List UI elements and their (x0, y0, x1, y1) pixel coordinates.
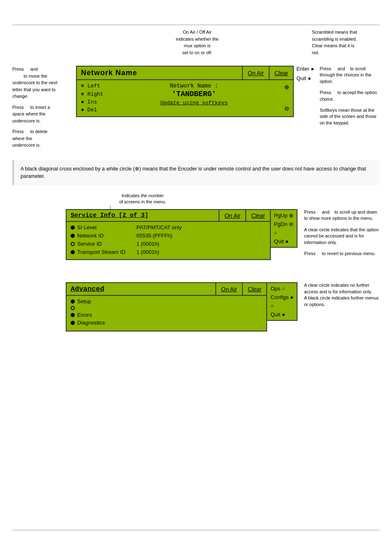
adv-body: Setup Errors Diagnostics (67, 296, 266, 331)
annot-clear-circle: A clear circle indicates that the option… (304, 227, 380, 246)
left-keys: ⊕ Left ⊕ Right ● Ins ● Del (81, 83, 107, 113)
section4-advanced: Advanced On Air Clear Setup (12, 282, 380, 332)
section4-left-space (12, 282, 66, 332)
pgup-softkey[interactable]: PgUp ⊕ (274, 212, 293, 219)
section4-right-annotations: A clear circle indicates no further acce… (297, 282, 380, 332)
si-btn-clear[interactable]: Clear (245, 210, 270, 221)
si-val-0: PAT/PMT/CAT only (136, 224, 182, 230)
si-softkeys: PgUp ⊕ PgDn ⊖ ○ Quit ● (271, 209, 297, 248)
main-content: On Air / Off Air indicates whether the m… (12, 29, 380, 526)
section3-screen-area: Service Info [2 of 3] On Air Clear (66, 209, 297, 260)
key-del: ● Del (81, 107, 104, 113)
adv-btn-onair[interactable]: On Air (215, 283, 242, 295)
section3-main-row: Service Info [2 of 3] On Air Clear (12, 209, 380, 262)
bullet-network-id (71, 234, 75, 238)
adv-circle-softkey[interactable]: ○ (270, 303, 293, 309)
section1-left-annotations: Press and to move the underscore to the … (12, 66, 76, 153)
adv-row-setup: Setup (71, 298, 262, 304)
si-row-0: SI Level (71, 224, 136, 230)
service-info-screen: Service Info [2 of 3] On Air Clear (66, 209, 271, 260)
adv-screen-title: Advanced (67, 283, 215, 295)
arrow-up: ⊕ (285, 83, 289, 92)
screen-title: Network Name (77, 67, 242, 79)
adv-row-diagnostics: Diagnostics (71, 320, 262, 326)
annot-move-underscore: Press and to move the underscore to the … (12, 66, 72, 100)
bullet-diagnostics (71, 321, 75, 325)
key-ins: ● Ins (81, 99, 104, 105)
section1-screen-area: Network Name On Air Clear ⊕ Left ⊕ Right (76, 66, 314, 117)
bullet-empty (71, 306, 75, 310)
adv-btn-clear[interactable]: Clear (242, 283, 266, 295)
annot-accept: Press to accept the option choice. (320, 90, 380, 102)
bullet-si-level (71, 226, 75, 230)
si-val-2: 1 (0001h) (136, 241, 182, 247)
network-label: Network Name : (170, 83, 218, 89)
annot-circles: A clear circle indicates no further acce… (304, 282, 380, 308)
si-labels-col: SI Level Network ID Service ID (71, 224, 136, 256)
key-right: ⊕ Right (81, 91, 104, 97)
si-content-row: SI Level Network ID Service ID (71, 224, 266, 256)
section1-right-annotations: Press and to scroll through the choices … (314, 66, 380, 131)
section1-top-annotations: On Air / Off Air indicates whether the m… (12, 29, 380, 66)
si-row-1: Network ID (71, 233, 136, 239)
update-text: Update using softkeys (160, 100, 228, 106)
adv-quit-softkey[interactable]: Quit ● (270, 311, 293, 318)
bullet-service-id (71, 242, 75, 246)
annot-softkeys: Softkeys mean those at the side of the s… (320, 107, 380, 126)
si-btn-onair[interactable]: On Air (219, 210, 245, 221)
annot-insert-space: Press to insert a space where the unders… (12, 104, 72, 124)
advanced-screen: Advanced On Air Clear Setup (66, 282, 267, 332)
si-val-1: 65535 (FFFFh) (136, 233, 182, 239)
annot-scroll-updown: Press and to scroll up and down to show … (304, 209, 380, 222)
annot-scroll: Press and to scroll through the choices … (320, 66, 380, 85)
indicates-line (110, 206, 111, 212)
si-screen-title: Service Info [2 of 3] (67, 210, 219, 221)
quit-key: Quit ● (296, 75, 314, 81)
circle-softkey[interactable]: ○ (274, 230, 293, 236)
section3-right-annotations: Press and to scroll up and down to show … (297, 209, 380, 262)
network-name-screen: Network Name On Air Clear ⊕ Left ⊕ Right (76, 66, 294, 117)
ops-softkey[interactable]: Ops ○ (270, 286, 293, 292)
si-screen-header: Service Info [2 of 3] On Air Clear (67, 210, 270, 222)
key-left: ⊕ Left (81, 83, 104, 89)
si-row-3: Transport Stream ID (71, 249, 136, 255)
configs-softkey[interactable]: Configs ● (270, 294, 293, 300)
bullet-setup (71, 299, 75, 304)
section1-main-row: Press and to move the underscore to the … (12, 66, 380, 153)
adv-softkeys: Ops ○ Configs ● ○ Quit ● (267, 282, 297, 321)
enter-quit-keys: Enter ● Quit ● (294, 66, 314, 81)
adv-row-empty (71, 306, 262, 310)
quit-softkey[interactable]: Quit ● (274, 238, 293, 244)
annot-delete: Press to delete where the underscore is. (12, 128, 72, 149)
bullet-errors (71, 313, 75, 317)
si-row-2: Service ID (71, 241, 136, 247)
section3-service-info: Indicates the numberof screens in the me… (12, 193, 380, 262)
top-rule (12, 25, 380, 25)
screen-right-arrows: ⊕ ⊖ (281, 83, 289, 113)
si-val-3: 1 (0001h) (136, 249, 182, 255)
bullet-transport-stream-id (71, 250, 75, 254)
section1-network-name: On Air / Off Air indicates whether the m… (12, 29, 380, 153)
indicates-label: Indicates the numberof screens in the me… (119, 193, 166, 205)
section4-screen-area: Advanced On Air Clear Setup (66, 282, 297, 332)
arrow-down: ⊖ (285, 104, 289, 113)
screen-btn-clear[interactable]: Clear (269, 67, 293, 79)
bottom-rule (12, 530, 380, 530)
si-values-col: PAT/PMT/CAT only 65535 (FFFFh) 1 (0001h)… (136, 224, 182, 256)
adv-screen-header: Advanced On Air Clear (67, 283, 266, 296)
screen-inner: ⊕ Left ⊕ Right ● Ins ● Del Network Name … (81, 83, 289, 113)
pgdn-softkey[interactable]: PgDn ⊖ (274, 221, 293, 227)
scrambled-annotation: Scrambled means that scrambling is enabl… (312, 29, 380, 56)
screen-center: Network Name : 'TANDBERG' Update using s… (107, 83, 281, 113)
enter-key: Enter ● (296, 66, 314, 72)
on-air-annotation: On Air / Off Air indicates whether the m… (168, 29, 226, 56)
annot-revert: Press to revert to previous menu. (304, 251, 380, 257)
si-body: SI Level Network ID Service ID (67, 222, 270, 259)
adv-row-errors: Errors (71, 312, 262, 318)
screen-body: ⊕ Left ⊕ Right ● Ins ● Del Network Name … (77, 80, 293, 116)
remote-note: A black diagonal cross enclosed by a whi… (12, 160, 380, 186)
screen-btn-onair[interactable]: On Air (242, 67, 269, 79)
screen-header: Network Name On Air Clear (77, 67, 293, 80)
network-value: 'TANDBERG' (172, 90, 216, 98)
